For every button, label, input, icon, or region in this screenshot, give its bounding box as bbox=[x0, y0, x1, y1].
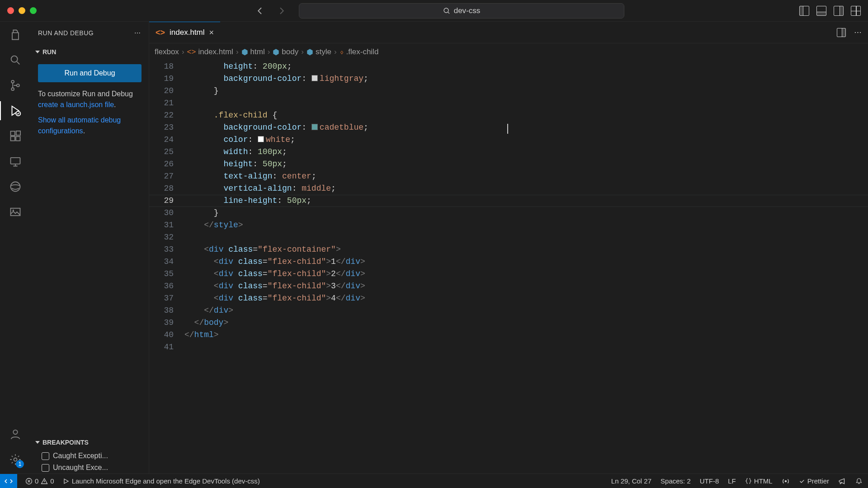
feedback-indicator[interactable] bbox=[838, 477, 846, 485]
customize-text-pre: To customize Run and Debug bbox=[38, 90, 133, 98]
checkbox-icon[interactable] bbox=[42, 452, 49, 460]
debug-icon bbox=[62, 478, 70, 485]
svg-rect-10 bbox=[11, 158, 20, 164]
window-controls bbox=[7, 7, 37, 14]
svg-rect-12 bbox=[11, 208, 20, 216]
live-preview-indicator[interactable] bbox=[782, 477, 790, 485]
warning-icon bbox=[41, 478, 48, 485]
settings-activity-icon[interactable]: 1 bbox=[8, 452, 23, 467]
bell-icon bbox=[855, 478, 863, 485]
svg-point-4 bbox=[17, 84, 19, 87]
remote-explorer-activity-icon[interactable] bbox=[8, 154, 23, 169]
symbol-icon: ⬢ bbox=[241, 47, 248, 57]
nav-buttons bbox=[254, 5, 288, 17]
svg-point-11 bbox=[11, 182, 20, 192]
nav-back-button[interactable] bbox=[254, 5, 266, 17]
check-icon bbox=[799, 478, 805, 484]
show-configs-post: . bbox=[83, 127, 85, 135]
sidebar: RUN AND DEBUG ⋯ RUN Run and Debug To cus… bbox=[31, 22, 149, 474]
source-control-activity-icon[interactable] bbox=[8, 78, 23, 93]
maximize-window-button[interactable] bbox=[30, 7, 37, 14]
edge-devtools-activity-icon[interactable] bbox=[8, 179, 23, 194]
close-tab-button[interactable]: × bbox=[209, 28, 214, 38]
warning-count: 0 bbox=[50, 477, 54, 485]
tab-label: index.html bbox=[170, 28, 204, 37]
launch-config-indicator[interactable]: Launch Microsoft Edge and open the Edge … bbox=[62, 477, 260, 485]
editor-cursor bbox=[507, 124, 508, 134]
language-mode[interactable]: HTML bbox=[745, 477, 773, 485]
image-assets-activity-icon[interactable] bbox=[8, 204, 23, 220]
command-center[interactable]: dev-css bbox=[299, 3, 624, 19]
breadcrumb-item: <>index.html bbox=[187, 47, 233, 56]
svg-rect-7 bbox=[11, 136, 15, 141]
split-editor-icon[interactable] bbox=[837, 28, 846, 37]
symbol-icon: ⬢ bbox=[273, 47, 279, 57]
editor-more-actions[interactable]: ⋯ bbox=[854, 28, 862, 37]
breakpoints-section-header[interactable]: BREAKPOINTS bbox=[31, 435, 149, 450]
accounts-activity-icon[interactable] bbox=[8, 427, 23, 442]
titlebar: dev-css bbox=[0, 0, 868, 22]
symbol-icon: ⬨ bbox=[340, 47, 344, 56]
code-editor[interactable]: 1819202122232425262728293031323334353637… bbox=[149, 61, 868, 474]
svg-point-1 bbox=[11, 56, 18, 62]
breadcrumb-item: ⬢body bbox=[273, 47, 298, 57]
customize-layout-icon[interactable] bbox=[851, 6, 861, 16]
show-debug-configs-link[interactable]: Show all automatic debug configurations bbox=[38, 116, 121, 135]
notifications-indicator[interactable] bbox=[855, 478, 863, 485]
nav-forward-button[interactable] bbox=[275, 5, 288, 17]
html-file-icon: <> bbox=[187, 47, 196, 56]
symbol-icon: ⬢ bbox=[307, 47, 313, 57]
settings-badge: 1 bbox=[16, 460, 24, 468]
breakpoint-item[interactable]: Caught Excepti... bbox=[31, 450, 149, 462]
breadcrumbs[interactable]: flexbox › <>index.html › ⬢html › ⬢body ›… bbox=[149, 43, 868, 61]
cursor-position[interactable]: Ln 29, Col 27 bbox=[611, 477, 651, 485]
editor-actions: ⋯ bbox=[830, 22, 868, 43]
search-activity-icon[interactable] bbox=[8, 52, 23, 68]
code-content[interactable]: height: 200px; background-color: lightgr… bbox=[184, 61, 868, 474]
svg-point-0 bbox=[444, 8, 448, 13]
svg-rect-9 bbox=[16, 131, 20, 135]
eol-indicator[interactable]: LF bbox=[728, 477, 736, 485]
svg-point-15 bbox=[14, 458, 17, 461]
chevron-down-icon bbox=[35, 51, 40, 53]
run-section-label: RUN bbox=[42, 48, 56, 56]
activity-bar: 1 bbox=[0, 22, 31, 474]
indentation-indicator[interactable]: Spaces: 2 bbox=[660, 477, 691, 485]
editor-tab-index-html[interactable]: <> index.html × bbox=[149, 22, 220, 43]
breakpoint-item[interactable]: Uncaught Exce... bbox=[31, 462, 149, 474]
breakpoints-section-label: BREAKPOINTS bbox=[42, 439, 89, 446]
sidebar-title: RUN AND DEBUG ⋯ bbox=[31, 22, 149, 44]
encoding-indicator[interactable]: UTF-8 bbox=[700, 477, 719, 485]
megaphone-icon bbox=[838, 477, 846, 485]
checkbox-icon[interactable] bbox=[42, 464, 49, 472]
customize-text-post: . bbox=[114, 101, 116, 108]
run-section-header[interactable]: RUN bbox=[31, 44, 149, 60]
remote-indicator[interactable] bbox=[0, 474, 17, 488]
search-icon bbox=[443, 7, 450, 14]
explorer-activity-icon[interactable] bbox=[8, 27, 23, 42]
svg-rect-8 bbox=[16, 136, 20, 141]
toggle-secondary-sidebar-icon[interactable] bbox=[834, 6, 844, 16]
broadcast-icon bbox=[782, 477, 790, 485]
error-icon bbox=[25, 478, 33, 485]
sidebar-more-actions[interactable]: ⋯ bbox=[134, 29, 142, 37]
editor-area: <> index.html × ⋯ flexbox › <>index.html… bbox=[149, 22, 868, 474]
sidebar-title-label: RUN AND DEBUG bbox=[38, 29, 94, 37]
run-debug-activity-icon[interactable] bbox=[8, 103, 23, 118]
breakpoint-label: Uncaught Exce... bbox=[53, 464, 108, 472]
launch-config-label: Launch Microsoft Edge and open the Edge … bbox=[72, 477, 260, 485]
svg-point-17 bbox=[784, 480, 787, 482]
run-and-debug-button[interactable]: Run and Debug bbox=[38, 64, 142, 82]
prettier-indicator[interactable]: Prettier bbox=[799, 477, 829, 485]
toggle-panel-icon[interactable] bbox=[816, 6, 826, 16]
problems-indicator[interactable]: 0 0 bbox=[25, 477, 54, 485]
minimize-window-button[interactable] bbox=[19, 7, 25, 14]
status-bar: 0 0 Launch Microsoft Edge and open the E… bbox=[0, 474, 868, 488]
toggle-primary-sidebar-icon[interactable] bbox=[799, 6, 809, 16]
close-window-button[interactable] bbox=[7, 7, 14, 14]
create-launch-json-link[interactable]: create a launch.json file bbox=[38, 101, 114, 108]
chevron-down-icon bbox=[35, 441, 40, 444]
titlebar-layout-controls bbox=[799, 6, 861, 16]
show-configs-text: Show all automatic debug configurations. bbox=[31, 115, 149, 141]
extensions-activity-icon[interactable] bbox=[8, 128, 23, 144]
